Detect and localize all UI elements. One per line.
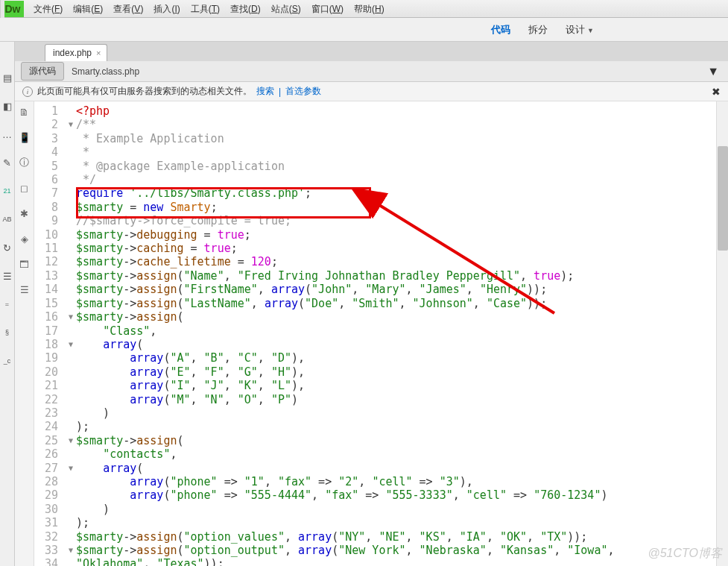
menu-site[interactable]: 站点(S) [266, 0, 306, 18]
code-tokens[interactable]: "Oklahoma", "Texas")); [75, 557, 224, 566]
view-code[interactable]: 代码 [491, 23, 510, 37]
fold-toggle-icon[interactable]: ▼ [67, 434, 75, 447]
code-line[interactable]: 28 array("phone" => "1", "fax" => "2", "… [34, 475, 728, 488]
source-code-button[interactable]: 源代码 [21, 62, 64, 81]
menu-insert[interactable]: 插入(I) [148, 0, 185, 18]
code-tokens[interactable]: array( [75, 338, 143, 351]
code-line[interactable]: 27▼ array( [34, 462, 728, 475]
code-tokens[interactable]: array("A", "B", "C", "D"), [75, 351, 305, 365]
code-line[interactable]: 7require '../libs/Smarty.class.php'; [34, 186, 728, 200]
code-editor[interactable]: 1<?php2▼/**3 * Example Application4 *5 *… [34, 101, 728, 566]
code-tokens[interactable]: array( [75, 462, 143, 475]
close-icon[interactable]: ✖ [712, 86, 721, 98]
code-tokens[interactable]: ) [75, 503, 110, 516]
gutter-icon[interactable]: = [1, 298, 13, 310]
code-line[interactable]: 14$smarty->assign("FirstName", array("Jo… [34, 283, 728, 296]
code-tokens[interactable]: ); [75, 420, 89, 433]
gutter-icon[interactable]: § [1, 327, 13, 339]
code-tokens[interactable]: ) [75, 406, 110, 420]
code-tokens[interactable]: $smarty->assign("option_values", array("… [75, 530, 587, 544]
filter-icon[interactable]: ▼ [707, 65, 719, 78]
gutter-icon[interactable]: ◧ [1, 100, 13, 112]
fold-toggle-icon[interactable]: ▼ [67, 118, 75, 131]
code-line[interactable]: 34"Oklahoma", "Texas")); [34, 557, 728, 566]
fold-toggle-icon[interactable]: ▼ [67, 544, 75, 557]
close-icon[interactable]: × [96, 48, 101, 57]
menu-file[interactable]: 文件(F) [28, 0, 68, 18]
vertical-scrollbar[interactable] [716, 101, 728, 566]
code-line[interactable]: 19 array("A", "B", "C", "D"), [34, 351, 728, 365]
menu-view[interactable]: 查看(V) [108, 0, 148, 18]
code-tokens[interactable]: "Class", [75, 324, 156, 338]
code-tokens[interactable]: /** [75, 118, 96, 131]
code-tokens[interactable]: <?php [75, 104, 110, 118]
code-line[interactable]: 17 "Class", [34, 324, 728, 338]
code-line[interactable]: 33▼$smarty->assign("option_output", arra… [34, 544, 728, 557]
code-line[interactable]: 2▼/** [34, 118, 728, 131]
code-line[interactable]: 3 * Example Application [34, 132, 728, 145]
fold-toggle-icon[interactable]: ▼ [67, 462, 75, 475]
code-gutter-icon[interactable]: 📱 [19, 131, 31, 143]
code-tokens[interactable]: * [75, 145, 89, 159]
code-line[interactable]: 8$smarty = new Smarty; [34, 201, 728, 214]
code-line[interactable]: 23 ) [34, 406, 728, 420]
code-line[interactable]: 24); [34, 420, 728, 433]
code-tokens[interactable]: require '../libs/Smarty.class.php'; [75, 186, 311, 200]
code-tokens[interactable]: $smarty->assign("LastName", array("Doe",… [75, 297, 547, 310]
code-tokens[interactable]: $smarty = new Smarty; [75, 201, 218, 214]
code-line[interactable]: 1<?php [34, 104, 728, 118]
code-line[interactable]: 15$smarty->assign("LastName", array("Doe… [34, 297, 728, 310]
code-tokens[interactable]: * Example Application [75, 132, 224, 145]
view-design[interactable]: 设计▼ [566, 23, 594, 37]
code-gutter-icon[interactable]: 🗔 [19, 258, 31, 270]
fold-toggle-icon[interactable]: ▼ [67, 338, 75, 351]
code-tokens[interactable]: array("phone" => "1", "fax" => "2", "cel… [75, 475, 473, 488]
code-line[interactable]: 18▼ array( [34, 338, 728, 351]
gutter-icon[interactable]: _c [1, 355, 13, 367]
code-tokens[interactable]: $smarty->assign("Name", "Fred Irving Joh… [75, 269, 574, 283]
code-tokens[interactable]: * @package Example-application [75, 160, 285, 173]
code-line[interactable]: 9//$smarty->force_compile = true; [34, 214, 728, 227]
code-gutter-icon[interactable]: ⓘ [19, 157, 31, 169]
code-tokens[interactable]: $smarty->debugging = true; [75, 228, 251, 242]
code-line[interactable]: 22 array("M", "N", "O", "P") [34, 393, 728, 406]
gutter-icon[interactable]: … [1, 128, 13, 140]
fold-toggle-icon[interactable]: ▼ [67, 310, 75, 324]
gutter-icon[interactable]: ☰ [1, 270, 13, 282]
code-line[interactable]: 31); [34, 516, 728, 529]
code-line[interactable]: 13$smarty->assign("Name", "Fred Irving J… [34, 269, 728, 283]
code-gutter-icon[interactable]: 🗎 [19, 106, 31, 118]
code-line[interactable]: 21 array("I", "J", "K", "L"), [34, 379, 728, 392]
code-line[interactable]: 29 array("phone" => "555-4444", "fax" =>… [34, 488, 728, 502]
menu-help[interactable]: 帮助(H) [349, 0, 390, 18]
code-line[interactable]: 16▼$smarty->assign( [34, 310, 728, 324]
menu-edit[interactable]: 编辑(E) [68, 0, 108, 18]
info-search-link[interactable]: 搜索 [256, 85, 274, 98]
code-line[interactable]: 30 ) [34, 503, 728, 516]
code-gutter-icon[interactable]: ◻ [19, 182, 31, 194]
gutter-icon[interactable]: AB [1, 213, 13, 225]
menu-tools[interactable]: 工具(T) [186, 0, 225, 18]
code-line[interactable]: 32$smarty->assign("option_values", array… [34, 530, 728, 544]
code-line[interactable]: 11$smarty->caching = true; [34, 242, 728, 255]
view-split[interactable]: 拆分 [528, 23, 548, 37]
related-file-link[interactable]: Smarty.class.php [72, 66, 139, 77]
code-tokens[interactable]: array("M", "N", "O", "P") [75, 393, 298, 406]
code-tokens[interactable]: $smarty->caching = true; [75, 242, 238, 255]
code-tokens[interactable]: $smarty->assign("FirstName", array("John… [75, 283, 547, 296]
code-tokens[interactable]: $smarty->assign( [75, 434, 184, 447]
code-line[interactable]: 12$smarty->cache_lifetime = 120; [34, 255, 728, 268]
code-gutter-icon[interactable]: ☰ [19, 283, 31, 295]
code-line[interactable]: 20 array("E", "F", "G", "H"), [34, 365, 728, 379]
file-tab[interactable]: index.php × [45, 44, 107, 61]
code-gutter-icon[interactable]: ◈ [19, 233, 31, 245]
menu-find[interactable]: 查找(D) [225, 0, 266, 18]
code-line[interactable]: 4 * [34, 145, 728, 159]
code-line[interactable]: 25▼$smarty->assign( [34, 434, 728, 447]
code-line[interactable]: 10$smarty->debugging = true; [34, 228, 728, 242]
gutter-icon[interactable]: ↻ [1, 242, 13, 254]
code-tokens[interactable]: array("E", "F", "G", "H"), [75, 365, 305, 379]
code-line[interactable]: 5 * @package Example-application [34, 160, 728, 173]
code-tokens[interactable]: ); [75, 516, 89, 529]
code-tokens[interactable]: array("I", "J", "K", "L"), [75, 379, 305, 392]
